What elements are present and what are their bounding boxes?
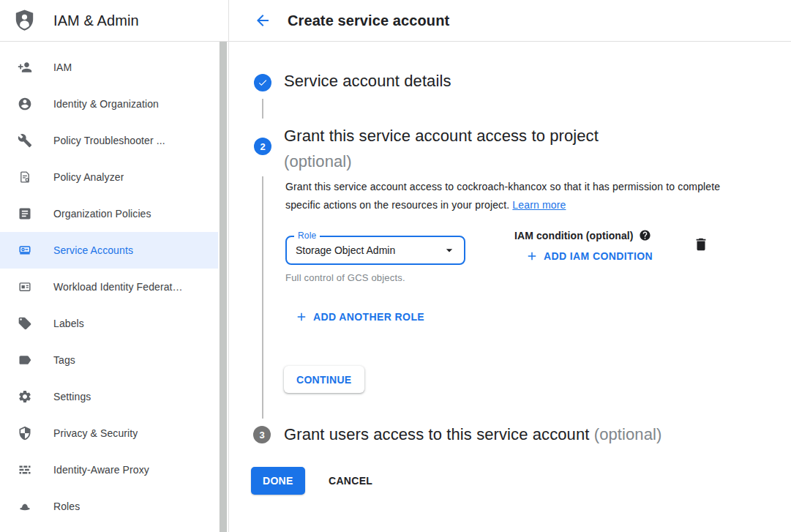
wrench-icon [18,133,32,148]
sidebar-item-iam[interactable]: IAM [0,49,218,86]
sidebar-item-labels[interactable]: Labels [0,305,218,342]
step2-optional-text: (optional) [284,152,352,171]
tag-icon [18,316,32,331]
step1-title: Service account details [284,72,451,91]
iam-condition-header: IAM condition (optional) [514,229,651,241]
step2-title-text: Grant this service account access to pro… [284,127,599,145]
sidebar-item-policy-analyzer[interactable]: Policy Analyzer [0,159,218,195]
policy-analyzer-icon [18,170,32,184]
add-another-role-label: ADD ANOTHER ROLE [313,311,424,323]
sidebar-item-identity-organization[interactable]: Identity & Organization [0,86,218,122]
sidebar-scrollbar-thumb[interactable] [220,42,227,532]
account-circle-icon [18,97,32,111]
shield-person-icon [12,7,37,34]
sidebar-item-tags[interactable]: Tags [0,342,218,378]
step2-description-text: Grant this service account access to coc… [285,181,720,211]
caret-down-icon [442,243,457,258]
step2-number: 2 [260,141,265,152]
sidebar-item-roles[interactable]: Roles [0,488,218,525]
iam-condition-label: IAM condition (optional) [514,230,634,241]
role-helper-text: Full control of GCS objects. [285,272,405,283]
add-iam-condition-button[interactable]: ADD IAM CONDITION [525,250,653,263]
step2-number-badge: 2 [254,138,271,155]
step3-title-text: Grant users access to this service accou… [284,425,589,443]
role-select-value: Storage Object Admin [296,244,442,256]
proxy-icon [18,462,32,477]
step3-number: 3 [259,430,264,441]
done-button[interactable]: DONE [251,467,305,495]
sidebar-item-settings[interactable]: Settings [0,378,218,415]
help-icon[interactable] [639,229,651,241]
sidebar-nav: IAM Identity & Organization Policy Troub… [0,42,228,525]
cancel-button[interactable]: CANCEL [323,467,378,495]
add-another-role-button[interactable]: ADD ANOTHER ROLE [295,310,424,323]
product-title: IAM & Admin [53,12,139,29]
person-add-icon [18,60,32,75]
sidebar-header: IAM & Admin [0,0,228,42]
step3-title: Grant users access to this service accou… [284,425,661,444]
delete-role-trash-icon[interactable] [693,236,709,252]
gear-icon [18,389,32,404]
learn-more-link[interactable]: Learn more [512,199,566,211]
sidebar-item-policy-troubleshooter[interactable]: Policy Troubleshooter ... [0,122,218,159]
shield-icon [18,426,32,441]
role-select-label: Role [294,231,320,241]
stepper-content: Service account details 2 Grant this ser… [229,42,791,532]
step2-title: Grant this service account access to pro… [284,123,599,174]
step3-optional-text: (optional) [594,425,662,443]
sidebar-item-organization-policies[interactable]: Organization Policies [0,195,218,232]
page-title: Create service account [288,12,449,29]
plus-icon [525,250,539,263]
step-connector [262,99,263,119]
step2-description: Grant this service account access to coc… [285,178,724,214]
sidebar: IAM & Admin IAM Identity & Organization … [0,0,229,532]
sidebar-item-workload-identity-federat[interactable]: Workload Identity Federat… [0,269,218,305]
sidebar-item-service-accounts[interactable]: Service Accounts [0,232,218,269]
plus-icon [295,310,308,323]
hat-icon [18,499,32,514]
sidebar-item-identity-aware-proxy[interactable]: Identity-Aware Proxy [0,452,218,488]
continue-button[interactable]: CONTINUE [284,366,364,393]
sidebar-item-privacy-security[interactable]: Privacy & Security [0,415,218,452]
page-header: Create service account [229,0,791,42]
arrow-back-icon[interactable] [254,12,271,29]
step1-completed-check-icon [254,74,271,91]
step-connector [262,176,263,419]
sidebar-scrollbar[interactable] [219,42,228,532]
main-panel: Create service account Service account d… [229,0,791,532]
document-icon [18,206,32,221]
badge-icon [18,280,32,294]
service-account-icon [18,243,32,258]
add-iam-condition-label: ADD IAM CONDITION [544,250,653,262]
step3-number-badge: 3 [253,426,271,443]
label-icon [18,353,32,367]
role-select[interactable]: Role Storage Object Admin [285,236,465,265]
